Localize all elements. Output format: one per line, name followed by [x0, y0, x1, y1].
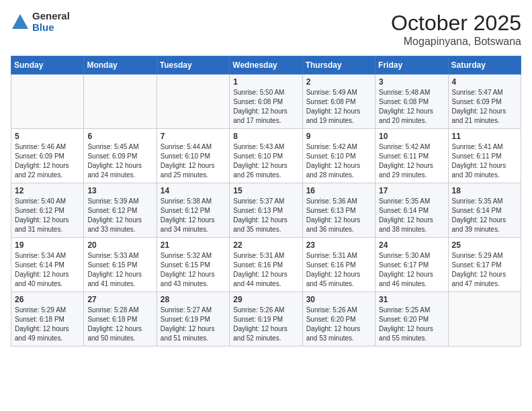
day-number: 1 [233, 77, 298, 87]
day-info: Sunrise: 5:41 AM Sunset: 6:11 PM Dayligh… [452, 142, 517, 180]
day-number: 16 [306, 186, 371, 195]
calendar-cell: 7Sunrise: 5:44 AM Sunset: 6:10 PM Daylig… [157, 129, 229, 183]
calendar-cell [157, 75, 229, 129]
weekday-header-tuesday: Tuesday [157, 56, 229, 75]
calendar-table: SundayMondayTuesdayWednesdayThursdayFrid… [11, 56, 521, 347]
calendar-cell: 8Sunrise: 5:43 AM Sunset: 6:10 PM Daylig… [230, 129, 302, 183]
calendar-cell: 31Sunrise: 5:25 AM Sunset: 6:20 PM Dayli… [375, 292, 448, 347]
day-info: Sunrise: 5:26 AM Sunset: 6:19 PM Dayligh… [233, 306, 298, 343]
weekday-header-thursday: Thursday [302, 56, 375, 75]
calendar-cell: 25Sunrise: 5:29 AM Sunset: 6:17 PM Dayli… [448, 238, 521, 292]
day-info: Sunrise: 5:31 AM Sunset: 6:16 PM Dayligh… [233, 251, 298, 289]
day-number: 13 [87, 186, 152, 195]
calendar-cell: 13Sunrise: 5:39 AM Sunset: 6:12 PM Dayli… [84, 183, 157, 238]
day-info: Sunrise: 5:46 AM Sunset: 6:09 PM Dayligh… [15, 142, 80, 180]
calendar-cell: 5Sunrise: 5:46 AM Sunset: 6:09 PM Daylig… [11, 129, 84, 183]
calendar-cell: 17Sunrise: 5:35 AM Sunset: 6:14 PM Dayli… [375, 183, 448, 238]
calendar-cell: 11Sunrise: 5:41 AM Sunset: 6:11 PM Dayli… [448, 129, 521, 183]
day-number: 3 [379, 77, 444, 87]
day-number: 11 [452, 132, 517, 141]
day-number: 28 [161, 295, 226, 304]
weekday-header-saturday: Saturday [448, 56, 521, 75]
logo-general-label: General [32, 11, 70, 22]
day-info: Sunrise: 5:25 AM Sunset: 6:20 PM Dayligh… [379, 306, 444, 343]
day-number: 26 [15, 295, 80, 304]
calendar-cell: 6Sunrise: 5:45 AM Sunset: 6:09 PM Daylig… [84, 129, 157, 183]
day-info: Sunrise: 5:31 AM Sunset: 6:16 PM Dayligh… [306, 251, 371, 289]
weekday-header-wednesday: Wednesday [230, 56, 302, 75]
day-number: 15 [233, 186, 298, 195]
day-info: Sunrise: 5:49 AM Sunset: 6:08 PM Dayligh… [306, 88, 371, 126]
day-info: Sunrise: 5:45 AM Sunset: 6:09 PM Dayligh… [87, 142, 152, 180]
calendar-cell: 4Sunrise: 5:47 AM Sunset: 6:09 PM Daylig… [448, 75, 521, 129]
calendar-cell: 15Sunrise: 5:37 AM Sunset: 6:13 PM Dayli… [230, 183, 302, 238]
calendar-cell: 12Sunrise: 5:40 AM Sunset: 6:12 PM Dayli… [11, 183, 84, 238]
calendar-cell: 3Sunrise: 5:48 AM Sunset: 6:08 PM Daylig… [375, 75, 448, 129]
weekday-header-monday: Monday [84, 56, 157, 75]
location-label: Mogapinyana, Botswana [391, 36, 521, 48]
day-number: 27 [87, 295, 152, 304]
day-number: 19 [15, 240, 80, 250]
day-number: 31 [379, 295, 444, 304]
calendar-cell: 28Sunrise: 5:27 AM Sunset: 6:19 PM Dayli… [157, 292, 229, 347]
day-number: 17 [379, 186, 444, 195]
day-number: 23 [306, 240, 371, 250]
svg-marker-1 [13, 17, 27, 28]
day-info: Sunrise: 5:33 AM Sunset: 6:15 PM Dayligh… [87, 251, 152, 289]
day-info: Sunrise: 5:28 AM Sunset: 6:18 PM Dayligh… [87, 306, 152, 343]
day-number: 22 [233, 240, 298, 250]
day-info: Sunrise: 5:32 AM Sunset: 6:15 PM Dayligh… [161, 251, 226, 289]
calendar-cell [448, 292, 521, 347]
day-info: Sunrise: 5:40 AM Sunset: 6:12 PM Dayligh… [15, 197, 80, 234]
day-info: Sunrise: 5:29 AM Sunset: 6:18 PM Dayligh… [15, 306, 80, 343]
day-number: 25 [452, 240, 517, 250]
calendar-cell: 27Sunrise: 5:28 AM Sunset: 6:18 PM Dayli… [84, 292, 157, 347]
day-info: Sunrise: 5:47 AM Sunset: 6:09 PM Dayligh… [452, 88, 517, 126]
day-number: 2 [306, 77, 371, 87]
calendar-cell: 14Sunrise: 5:38 AM Sunset: 6:12 PM Dayli… [157, 183, 229, 238]
day-info: Sunrise: 5:35 AM Sunset: 6:14 PM Dayligh… [379, 197, 444, 234]
day-info: Sunrise: 5:50 AM Sunset: 6:08 PM Dayligh… [233, 88, 298, 126]
day-info: Sunrise: 5:34 AM Sunset: 6:14 PM Dayligh… [15, 251, 80, 289]
day-number: 24 [379, 240, 444, 250]
day-info: Sunrise: 5:36 AM Sunset: 6:13 PM Dayligh… [306, 197, 371, 234]
logo: General Blue [11, 11, 70, 33]
day-number: 8 [233, 132, 298, 141]
calendar-cell: 19Sunrise: 5:34 AM Sunset: 6:14 PM Dayli… [11, 238, 84, 292]
calendar-cell: 20Sunrise: 5:33 AM Sunset: 6:15 PM Dayli… [84, 238, 157, 292]
day-info: Sunrise: 5:44 AM Sunset: 6:10 PM Dayligh… [161, 142, 226, 180]
day-number: 7 [161, 132, 226, 141]
day-info: Sunrise: 5:37 AM Sunset: 6:13 PM Dayligh… [233, 197, 298, 234]
calendar-cell: 24Sunrise: 5:30 AM Sunset: 6:17 PM Dayli… [375, 238, 448, 292]
day-info: Sunrise: 5:42 AM Sunset: 6:11 PM Dayligh… [379, 142, 444, 180]
day-info: Sunrise: 5:27 AM Sunset: 6:19 PM Dayligh… [161, 306, 226, 343]
calendar-week-row: 26Sunrise: 5:29 AM Sunset: 6:18 PM Dayli… [11, 292, 521, 347]
calendar-cell: 22Sunrise: 5:31 AM Sunset: 6:16 PM Dayli… [230, 238, 302, 292]
day-info: Sunrise: 5:35 AM Sunset: 6:14 PM Dayligh… [452, 197, 517, 234]
day-number: 21 [161, 240, 226, 250]
calendar-week-row: 5Sunrise: 5:46 AM Sunset: 6:09 PM Daylig… [11, 129, 521, 183]
day-number: 4 [452, 77, 517, 87]
day-number: 9 [306, 132, 371, 141]
weekday-header-sunday: Sunday [11, 56, 84, 75]
page-header: General Blue October 2025 Mogapinyana, B… [11, 11, 521, 48]
day-info: Sunrise: 5:39 AM Sunset: 6:12 PM Dayligh… [87, 197, 152, 234]
day-number: 10 [379, 132, 444, 141]
day-info: Sunrise: 5:26 AM Sunset: 6:20 PM Dayligh… [306, 306, 371, 343]
calendar-cell: 10Sunrise: 5:42 AM Sunset: 6:11 PM Dayli… [375, 129, 448, 183]
calendar-cell [11, 75, 84, 129]
calendar-cell: 30Sunrise: 5:26 AM Sunset: 6:20 PM Dayli… [302, 292, 375, 347]
day-number: 18 [452, 186, 517, 195]
weekday-header-friday: Friday [375, 56, 448, 75]
title-block: October 2025 Mogapinyana, Botswana [391, 11, 521, 48]
calendar-cell: 18Sunrise: 5:35 AM Sunset: 6:14 PM Dayli… [448, 183, 521, 238]
calendar-cell: 26Sunrise: 5:29 AM Sunset: 6:18 PM Dayli… [11, 292, 84, 347]
weekday-header-row: SundayMondayTuesdayWednesdayThursdayFrid… [11, 56, 521, 75]
day-info: Sunrise: 5:42 AM Sunset: 6:10 PM Dayligh… [306, 142, 371, 180]
day-info: Sunrise: 5:29 AM Sunset: 6:17 PM Dayligh… [452, 251, 517, 289]
month-title: October 2025 [391, 11, 521, 36]
day-number: 6 [87, 132, 152, 141]
calendar-cell: 1Sunrise: 5:50 AM Sunset: 6:08 PM Daylig… [230, 75, 302, 129]
logo-blue-label: Blue [32, 22, 70, 34]
calendar-cell: 9Sunrise: 5:42 AM Sunset: 6:10 PM Daylig… [302, 129, 375, 183]
